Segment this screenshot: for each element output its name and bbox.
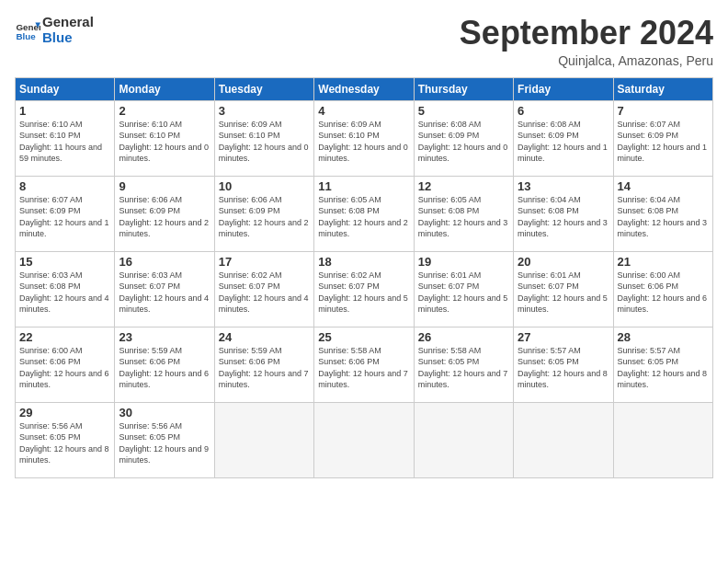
day-info: Sunrise: 5:57 AMSunset: 6:05 PMDaylight:… [618,345,709,391]
day-number: 11 [318,179,409,193]
day-info: Sunrise: 5:56 AMSunset: 6:05 PMDaylight:… [119,420,210,466]
day-number: 28 [618,330,709,344]
calendar-day-cell: 30Sunrise: 5:56 AMSunset: 6:05 PMDayligh… [115,402,214,477]
day-number: 19 [418,255,509,269]
day-number: 4 [318,104,409,118]
day-info: Sunrise: 6:10 AMSunset: 6:10 PMDaylight:… [119,119,210,165]
svg-text:Blue: Blue [16,30,36,40]
day-number: 26 [418,330,509,344]
calendar-day-cell: 29Sunrise: 5:56 AMSunset: 6:05 PMDayligh… [16,402,115,477]
day-number: 13 [518,179,609,193]
day-number: 14 [618,179,709,193]
calendar-day-cell: 22Sunrise: 6:00 AMSunset: 6:06 PMDayligh… [16,327,115,402]
logo-blue: Blue [42,30,94,46]
day-number: 22 [19,330,110,344]
logo: General Blue General Blue [15,15,94,45]
location-subtitle: Quinjalca, Amazonas, Peru [460,53,713,68]
day-number: 2 [119,104,210,118]
header-tuesday: Tuesday [214,77,313,100]
day-number: 9 [119,179,210,193]
calendar-week-row: 8Sunrise: 6:07 AMSunset: 6:09 PMDaylight… [16,176,713,251]
header-saturday: Saturday [613,77,712,100]
day-number: 6 [518,104,609,118]
header-sunday: Sunday [16,77,115,100]
day-info: Sunrise: 6:01 AMSunset: 6:07 PMDaylight:… [418,270,509,316]
calendar-day-cell: 25Sunrise: 5:58 AMSunset: 6:06 PMDayligh… [314,327,414,402]
calendar-day-cell: 1Sunrise: 6:10 AMSunset: 6:10 PMDaylight… [16,100,115,176]
day-number: 5 [418,104,509,118]
calendar-day-cell [613,402,712,477]
calendar-day-cell [214,402,313,477]
calendar-day-cell [414,402,513,477]
calendar-day-cell: 12Sunrise: 6:05 AMSunset: 6:08 PMDayligh… [414,176,513,251]
header: General Blue General Blue September 2024… [15,15,713,68]
day-info: Sunrise: 5:59 AMSunset: 6:06 PMDaylight:… [119,345,210,391]
day-number: 25 [318,330,409,344]
calendar-day-cell: 10Sunrise: 6:06 AMSunset: 6:09 PMDayligh… [214,176,313,251]
calendar-day-cell: 2Sunrise: 6:10 AMSunset: 6:10 PMDaylight… [115,100,214,176]
day-number: 30 [119,406,210,419]
day-info: Sunrise: 6:09 AMSunset: 6:10 PMDaylight:… [219,119,310,165]
calendar-day-cell: 15Sunrise: 6:03 AMSunset: 6:08 PMDayligh… [16,251,115,327]
header-friday: Friday [514,77,613,100]
day-info: Sunrise: 5:57 AMSunset: 6:05 PMDaylight:… [518,345,609,391]
calendar-day-cell: 23Sunrise: 5:59 AMSunset: 6:06 PMDayligh… [115,327,214,402]
day-number: 1 [19,104,110,118]
day-number: 17 [219,255,310,269]
title-block: September 2024 Quinjalca, Amazonas, Peru [460,15,713,68]
weekday-header-row: Sunday Monday Tuesday Wednesday Thursday… [16,77,713,100]
day-number: 12 [418,179,509,193]
calendar-day-cell: 26Sunrise: 5:58 AMSunset: 6:05 PMDayligh… [414,327,513,402]
calendar-day-cell: 17Sunrise: 6:02 AMSunset: 6:07 PMDayligh… [214,251,313,327]
header-wednesday: Wednesday [314,77,414,100]
day-number: 18 [318,255,409,269]
day-number: 24 [219,330,310,344]
calendar-day-cell: 5Sunrise: 6:08 AMSunset: 6:09 PMDaylight… [414,100,513,176]
day-info: Sunrise: 6:03 AMSunset: 6:08 PMDaylight:… [19,270,110,316]
calendar-page: General Blue General Blue September 2024… [0,0,728,563]
day-info: Sunrise: 6:00 AMSunset: 6:06 PMDaylight:… [19,345,110,391]
day-number: 3 [219,104,310,118]
day-number: 10 [219,179,310,193]
calendar-day-cell: 18Sunrise: 6:02 AMSunset: 6:07 PMDayligh… [314,251,414,327]
day-number: 15 [19,255,110,269]
month-title: September 2024 [460,15,713,52]
day-info: Sunrise: 6:06 AMSunset: 6:09 PMDaylight:… [219,194,310,240]
day-info: Sunrise: 6:01 AMSunset: 6:07 PMDaylight:… [518,270,609,316]
calendar-day-cell: 16Sunrise: 6:03 AMSunset: 6:07 PMDayligh… [115,251,214,327]
day-info: Sunrise: 5:59 AMSunset: 6:06 PMDaylight:… [219,345,310,391]
calendar-day-cell [314,402,414,477]
day-info: Sunrise: 6:02 AMSunset: 6:07 PMDaylight:… [219,270,310,316]
day-info: Sunrise: 6:04 AMSunset: 6:08 PMDaylight:… [518,194,609,240]
logo-icon: General Blue [15,17,40,43]
day-info: Sunrise: 6:08 AMSunset: 6:09 PMDaylight:… [518,119,609,165]
calendar-day-cell: 27Sunrise: 5:57 AMSunset: 6:05 PMDayligh… [514,327,613,402]
day-info: Sunrise: 6:04 AMSunset: 6:08 PMDaylight:… [618,194,709,240]
calendar-week-row: 22Sunrise: 6:00 AMSunset: 6:06 PMDayligh… [16,327,713,402]
day-info: Sunrise: 6:09 AMSunset: 6:10 PMDaylight:… [318,119,409,165]
day-info: Sunrise: 6:10 AMSunset: 6:10 PMDaylight:… [19,119,110,165]
day-number: 21 [618,255,709,269]
calendar-week-row: 29Sunrise: 5:56 AMSunset: 6:05 PMDayligh… [16,402,713,477]
calendar-day-cell: 8Sunrise: 6:07 AMSunset: 6:09 PMDaylight… [16,176,115,251]
day-info: Sunrise: 5:56 AMSunset: 6:05 PMDaylight:… [19,420,110,466]
calendar-day-cell: 3Sunrise: 6:09 AMSunset: 6:10 PMDaylight… [214,100,313,176]
calendar-day-cell: 7Sunrise: 6:07 AMSunset: 6:09 PMDaylight… [613,100,712,176]
day-info: Sunrise: 6:07 AMSunset: 6:09 PMDaylight:… [618,119,709,165]
calendar-day-cell: 13Sunrise: 6:04 AMSunset: 6:08 PMDayligh… [514,176,613,251]
calendar-day-cell: 20Sunrise: 6:01 AMSunset: 6:07 PMDayligh… [514,251,613,327]
calendar-day-cell: 4Sunrise: 6:09 AMSunset: 6:10 PMDaylight… [314,100,414,176]
calendar-table: Sunday Monday Tuesday Wednesday Thursday… [15,77,713,478]
calendar-day-cell [514,402,613,477]
day-number: 29 [19,406,110,419]
day-info: Sunrise: 6:05 AMSunset: 6:08 PMDaylight:… [318,194,409,240]
day-number: 23 [119,330,210,344]
logo-general: General [42,15,94,30]
day-number: 7 [618,104,709,118]
header-monday: Monday [115,77,214,100]
calendar-day-cell: 24Sunrise: 5:59 AMSunset: 6:06 PMDayligh… [214,327,313,402]
day-info: Sunrise: 6:00 AMSunset: 6:06 PMDaylight:… [618,270,709,316]
calendar-day-cell: 28Sunrise: 5:57 AMSunset: 6:05 PMDayligh… [613,327,712,402]
calendar-day-cell: 19Sunrise: 6:01 AMSunset: 6:07 PMDayligh… [414,251,513,327]
calendar-day-cell: 6Sunrise: 6:08 AMSunset: 6:09 PMDaylight… [514,100,613,176]
